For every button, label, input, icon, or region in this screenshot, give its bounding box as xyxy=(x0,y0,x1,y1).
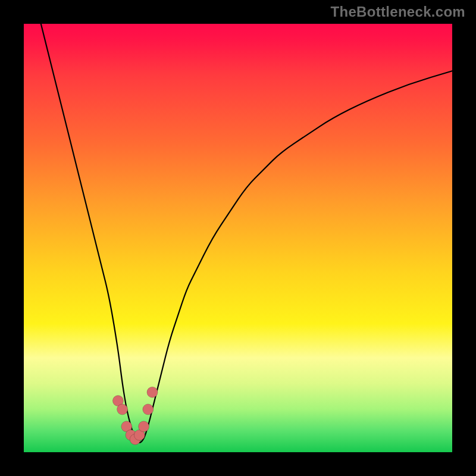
curve-marker xyxy=(147,387,158,397)
curve-marker xyxy=(143,404,154,415)
curve-marker xyxy=(117,404,128,415)
chart-svg xyxy=(24,24,452,452)
bottleneck-curve xyxy=(41,24,452,443)
watermark-text: TheBottleneck.com xyxy=(331,4,465,20)
curve-marker xyxy=(139,421,149,432)
chart-frame: TheBottleneck.com xyxy=(0,0,476,476)
